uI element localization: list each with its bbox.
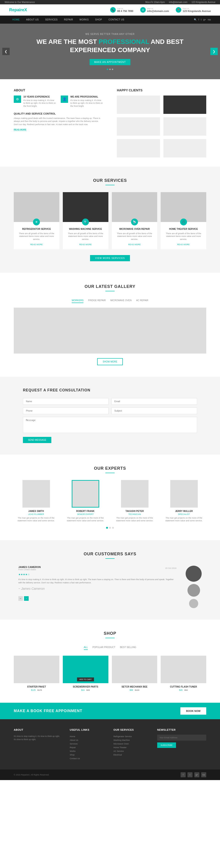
view-more-services-btn[interactable]: VIEW MORE SERVICES	[90, 255, 130, 261]
footer-link-2[interactable]: Services	[70, 742, 107, 746]
footer-bottom: © 2016 RepaireX. All Rights Reserved. f …	[0, 770, 220, 780]
footer-social: f t g+ rss	[181, 772, 206, 777]
service-img-3: 🎵	[161, 192, 206, 222]
footer-link-6[interactable]: Contact Us	[70, 757, 107, 760]
happy-clients-grid	[117, 95, 206, 157]
appointment-button[interactable]: MAKE AN APPOINTMENT	[89, 59, 131, 65]
footer-link-5[interactable]: Shop	[70, 753, 107, 757]
expert-1: ROBERT FRANK SENIOR EXPERT The man get p…	[63, 480, 108, 522]
hero-dot-1[interactable]	[107, 69, 108, 70]
shop-tab-2[interactable]: BEST SELLING	[120, 645, 136, 650]
consultation-email-input[interactable]	[111, 398, 197, 405]
hero-dot-2[interactable]	[109, 69, 111, 70]
service-link-0[interactable]: Read More	[30, 243, 43, 246]
nav-shop[interactable]: SHOP	[92, 16, 105, 24]
nav-home[interactable]: HOME	[9, 16, 23, 24]
footer-link-1[interactable]: About Us	[70, 738, 107, 742]
nav-works[interactable]: WORKS	[76, 16, 92, 24]
footer-service-4[interactable]: AC Service	[113, 749, 150, 753]
testimonial-circles	[186, 566, 202, 608]
nav-social: 🔍 f t g+ rss	[194, 19, 211, 21]
nav-services[interactable]: SERVICES	[42, 16, 61, 24]
experts-dot-1[interactable]	[106, 527, 108, 529]
testimonial-next-btn[interactable]: →	[24, 596, 29, 601]
service-link-2[interactable]: Read More	[129, 243, 141, 246]
shop-img-0	[14, 656, 59, 683]
footer-service-5[interactable]: Electrical	[113, 753, 150, 757]
hero-prev-arrow[interactable]: ❮	[2, 48, 10, 55]
about-title: ABOUT	[14, 88, 103, 92]
expert-img-3	[170, 480, 198, 507]
email-contact: ✉ Mail Us info@domain.com	[140, 7, 169, 12]
shop-product-1: ADD TO CART SCREWDRIVER PARTS $24 $28	[63, 656, 108, 691]
footer-service-3[interactable]: Home Theater	[113, 746, 150, 749]
footer-link-3[interactable]: Repair	[70, 746, 107, 749]
about-feature-professional: 👤 WE ARE PROFESSIONAL It's time to stop …	[61, 95, 103, 108]
consultation-message-input[interactable]	[23, 417, 197, 433]
service-link-1[interactable]: Read More	[79, 243, 92, 246]
footer-twitter-icon[interactable]: t	[187, 772, 192, 777]
read-more-link[interactable]: READ MORE	[14, 128, 26, 131]
shop-product-3: CUTTING FLASH TUNER $45 $50	[161, 656, 206, 691]
footer-service-1[interactable]: Washing Machine	[113, 738, 150, 742]
nav-links: HOME ABOUT US SERVICES REPAIR WORKS SHOP…	[9, 16, 127, 24]
shop-tabs: ALL POPULAR PRODUCT BEST SELLING	[14, 645, 206, 650]
rss-icon[interactable]: rss	[208, 19, 211, 21]
facebook-icon[interactable]: f	[198, 19, 199, 21]
gallery-tab-0[interactable]: WORKERS	[72, 298, 84, 303]
footer-services: OUR SERVICES Refrigerator Service Washin…	[113, 728, 150, 760]
experts-dot-2[interactable]	[109, 527, 111, 529]
cta-book-btn[interactable]: BOOK NOW	[180, 707, 206, 715]
footer-link-0[interactable]: Home	[70, 735, 107, 738]
google-icon[interactable]: g+	[203, 19, 206, 21]
logo: RepaireX	[9, 7, 27, 12]
about-quality: QUALITY AND SERVICE CONTROL Always makin…	[14, 112, 103, 126]
consultation-name-input[interactable]	[23, 398, 109, 405]
footer-service-2[interactable]: Microwave Oven	[113, 742, 150, 746]
shop-tab-0[interactable]: ALL	[84, 645, 88, 650]
gallery-tab-3[interactable]: AC REPAIR	[136, 298, 148, 303]
hero-subtitle: We Serve Better Than Any Other	[85, 33, 135, 35]
hero-section: We Serve Better Than Any Other WE ARE TH…	[0, 24, 220, 79]
add-to-cart-btn[interactable]: ADD TO CART	[77, 678, 94, 681]
gallery-tab-1[interactable]: FRIDGE REPAIR	[88, 298, 106, 303]
consultation-send-btn[interactable]: SEND MESSAGE	[23, 437, 51, 443]
client-box-2	[163, 95, 207, 114]
service-link-3[interactable]: Read More	[177, 243, 190, 246]
footer-service-0[interactable]: Refrigerator Service	[113, 735, 150, 738]
consultation-phone-input[interactable]	[23, 407, 109, 414]
expert-img-1	[72, 480, 99, 507]
shop-product-0: STARTER PAKET $125 $175	[14, 656, 59, 691]
footer-rss-icon[interactable]: rss	[201, 772, 206, 777]
twitter-icon[interactable]: t	[201, 19, 201, 21]
testimonial-nav: ← →	[18, 594, 177, 601]
happy-clients-title: HAPPY CLIENTS	[117, 88, 206, 92]
gallery-tab-2[interactable]: MICROWAVE OVEN	[110, 298, 132, 303]
gallery-show-more-btn[interactable]: SHOW MORE	[97, 358, 123, 365]
nav-repair[interactable]: REPAIR	[61, 16, 76, 24]
about-left: ABOUT ⚙ 10 YEARS EXPERIENCE It's time to…	[14, 88, 103, 157]
testimonials-title: OUR CUSTOMERS SAYS	[18, 552, 202, 559]
testimonial-circle-small	[189, 599, 198, 608]
shop-tab-1[interactable]: POPULAR PRODUCT	[93, 645, 115, 650]
experts-grid: JAMES SMITH LEAD PLUMBER The man get pro…	[14, 480, 206, 522]
footer-google-icon[interactable]: g+	[194, 772, 199, 777]
footer-facebook-icon[interactable]: f	[181, 772, 186, 777]
nav-contact[interactable]: CONTACT US	[105, 16, 127, 24]
hero-next-arrow[interactable]: ❯	[210, 48, 218, 55]
newsletter-submit-btn[interactable]: SUBSCRIBE	[157, 742, 176, 748]
service-card-2: 📡 MICROWAVE OVEN REPAIR There are all gr…	[112, 192, 157, 249]
hero-dot-3[interactable]	[112, 69, 113, 70]
hero-title: WE ARE THE MOST PROFESSIONAL AND BEST EX…	[36, 38, 183, 54]
footer-link-4[interactable]: Works	[70, 749, 107, 753]
cta-banner: MAKE A BOOK FREE APPOINMENT BOOK NOW	[0, 703, 220, 719]
testimonial-circle-large	[186, 566, 202, 582]
nav-about[interactable]: ABOUT US	[23, 16, 42, 24]
top-bar-contact: Mon-Fri 10am-6pm info@domain.com 123 Kin…	[142, 1, 215, 3]
consultation-subject-input[interactable]	[111, 407, 197, 414]
search-icon[interactable]: 🔍	[194, 19, 197, 21]
consultation-form: SEND MESSAGE	[23, 398, 197, 443]
newsletter-input[interactable]	[157, 735, 206, 741]
experts-dot-3[interactable]	[112, 527, 114, 529]
testimonial-prev-btn[interactable]: ←	[18, 596, 23, 601]
